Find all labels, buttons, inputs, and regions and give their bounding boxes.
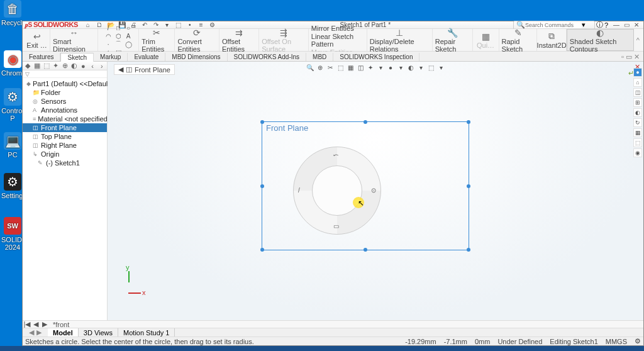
trim-entities-button[interactable]: ✂Trim Entities: [139, 29, 175, 51]
taskpane-properties-icon[interactable]: ⊞: [633, 98, 642, 107]
circle-tool-icon[interactable]: ○: [125, 24, 132, 31]
qat-settings-icon[interactable]: ⚙: [208, 21, 218, 29]
rapid-sketch-button[interactable]: ✎Rapid Sketch: [499, 29, 538, 51]
bottom-tab-model[interactable]: Model: [48, 328, 79, 337]
taskpane-appearance-icon[interactable]: ◐: [633, 108, 642, 117]
tree-root[interactable]: ◆Part1 (Default) <<Default>_Display !: [23, 79, 107, 88]
tree-prev-icon[interactable]: ‹: [89, 62, 97, 70]
tab-markup[interactable]: Markup: [94, 53, 128, 61]
tree-filter[interactable]: ▽: [23, 70, 107, 78]
instant2d-button[interactable]: ⧉Instant2D: [537, 29, 566, 51]
windows-taskbar[interactable]: [0, 346, 644, 351]
taskpane-custom-icon[interactable]: ↻: [633, 118, 642, 127]
mirror-entities-button[interactable]: Mirror Entities: [311, 25, 354, 32]
section-view-icon[interactable]: ⬚: [336, 63, 345, 72]
plane-handle[interactable]: [364, 120, 367, 124]
plane-handle[interactable]: [260, 184, 264, 188]
back-icon[interactable]: ◀: [118, 65, 123, 74]
plane-handle[interactable]: [260, 248, 264, 252]
exit-sketch-button[interactable]: ↩Exit …: [24, 29, 50, 51]
desktop-icon-solidworks[interactable]: SWSOLIDWORKS 2024: [1, 217, 24, 251]
doc-window-controls[interactable]: ▫ ▭ ✕: [618, 53, 643, 61]
smart-dimension-button[interactable]: ↔Smart Dimension: [50, 29, 98, 51]
tree-item-front-plane[interactable]: ◫Front Plane: [23, 123, 107, 132]
tree-next-icon[interactable]: ›: [97, 62, 106, 70]
taskpane-design-icon[interactable]: ◫: [633, 88, 642, 97]
status-units[interactable]: MMGS: [606, 338, 627, 345]
line-tool-icon[interactable]: /: [104, 24, 112, 31]
tree-item-sketch1[interactable]: ✎(-) Sketch1: [23, 159, 107, 167]
help-icon[interactable]: ?: [604, 21, 608, 29]
tree-item-folder[interactable]: 📁Folder: [23, 88, 107, 97]
mouse-gesture-ring[interactable]: ⤺ ⊙ ▭ /: [293, 147, 381, 235]
tree-item-top-plane[interactable]: ◫Top Plane: [23, 132, 107, 141]
point-tool-icon[interactable]: ·: [104, 40, 112, 48]
repair-sketch-button[interactable]: 🔧Repair Sketch: [433, 29, 473, 51]
taskpane-resources-icon[interactable]: ●: [633, 68, 642, 77]
apply-scene-icon[interactable]: ◐: [406, 63, 415, 72]
dropdown-icon[interactable]: ▾: [436, 63, 445, 72]
dropdown-icon[interactable]: ▾: [376, 63, 385, 72]
tab-mbd[interactable]: MBD: [306, 53, 333, 61]
prev-view-icon[interactable]: ✂: [326, 63, 335, 72]
bottom-tab-3dviews[interactable]: 3D Views: [79, 328, 118, 337]
convert-entities-button[interactable]: ⟳Convert Entities: [175, 29, 219, 51]
tree-tab-feature-icon[interactable]: ◆: [24, 62, 32, 70]
edit-appearance-icon[interactable]: ●: [386, 63, 395, 72]
desktop-icon-controlpanel[interactable]: ⚙Control P: [1, 88, 24, 122]
qat-select-dropdown-icon[interactable]: ▾: [162, 21, 172, 29]
minimize-button[interactable]: —: [612, 21, 621, 29]
gesture-left-icon[interactable]: /: [298, 187, 300, 194]
qat-undo-icon[interactable]: ↶: [140, 21, 150, 29]
search-commands[interactable]: 🔍 ▾: [513, 21, 595, 30]
search-dropdown-icon[interactable]: ▾: [582, 21, 586, 29]
offset-entities-button[interactable]: ⇉Offset Entities: [219, 29, 259, 51]
tree-tab-appearance-icon[interactable]: ◐: [70, 62, 78, 70]
rect-tool-icon[interactable]: □: [114, 24, 122, 31]
qat-rebuild-icon[interactable]: ⬚: [174, 21, 184, 29]
gesture-bottom-icon[interactable]: ▭: [333, 223, 339, 230]
tree-item-annotations[interactable]: AAnnotations: [23, 106, 107, 114]
gesture-right-icon[interactable]: ⊙: [371, 187, 376, 194]
tree-tab-dim-icon[interactable]: ✦: [52, 62, 60, 70]
tree-tab-config-icon[interactable]: ⬚: [42, 62, 50, 70]
tree-item-sensors[interactable]: ◎Sensors: [23, 97, 107, 106]
tree-tab-other-icon[interactable]: ●: [79, 62, 87, 70]
text-tool-icon[interactable]: A: [125, 32, 132, 40]
plane-handle[interactable]: [467, 184, 470, 188]
dropdown-icon[interactable]: ▾: [396, 63, 405, 72]
taskpane-home-icon[interactable]: ⌂: [633, 78, 642, 87]
arc-tool-icon[interactable]: ◠: [104, 32, 112, 40]
tab-inspection[interactable]: SOLIDWORKS Inspection: [333, 53, 419, 61]
desktop-icon-chrome[interactable]: ◉Chrome: [1, 50, 24, 77]
linear-pattern-button[interactable]: Linear Sketch Pattern: [311, 33, 364, 48]
tab-evaluate[interactable]: Evaluate: [128, 53, 165, 61]
plane-handle[interactable]: [364, 248, 367, 252]
view-orient-icon[interactable]: ▦: [346, 63, 355, 72]
polygon-tool-icon[interactable]: ⬡: [114, 32, 122, 40]
tab-addins[interactable]: SOLIDWORKS Add-Ins: [228, 53, 306, 61]
graphics-canvas[interactable]: 🔍 ⊕ ✂ ⬚ ▦ ◫ ✦ ▾ ● ▾ ◐ ▾ ⬚ ▾ ◀ ◫ Front Pl…: [108, 62, 643, 320]
tree-tab-display-icon[interactable]: ⊕: [61, 62, 69, 70]
tree-item-material[interactable]: ≡Material <not specified>: [23, 114, 107, 123]
bottom-tab-motion[interactable]: Motion Study 1: [118, 328, 175, 337]
qat-new-icon[interactable]: 🗋: [94, 21, 104, 29]
desktop-icon-recycle[interactable]: 🗑Recycle: [1, 0, 24, 26]
search-input[interactable]: [525, 22, 582, 28]
view-settings-icon[interactable]: ⬚: [426, 63, 435, 72]
dropdown-icon[interactable]: ▾: [416, 63, 425, 72]
desktop-icon-settings[interactable]: ⚙Settings: [1, 173, 24, 199]
shaded-contours-button[interactable]: ◐Shaded Sketch Contours: [567, 29, 634, 51]
ribbon-collapse-icon[interactable]: ^: [634, 36, 642, 44]
zoom-area-icon[interactable]: ⊕: [316, 63, 325, 72]
tab-mbd-dimensions[interactable]: MBD Dimensions: [165, 53, 227, 61]
plane-handle[interactable]: [467, 120, 470, 124]
desktop-icon-pc[interactable]: 💻PC: [1, 132, 24, 159]
tree-item-origin[interactable]: ↳Origin: [23, 150, 107, 159]
ellipse-tool-icon[interactable]: ◯: [125, 40, 132, 48]
taskpane-other-icon[interactable]: ◉: [633, 148, 642, 157]
display-relations-button[interactable]: ⊥Display/Delete Relations: [367, 29, 433, 51]
tab-nav-icons[interactable]: ◀ ▶: [23, 328, 48, 337]
gesture-top-icon[interactable]: ⤺: [333, 152, 338, 159]
close-button[interactable]: ✕: [632, 21, 641, 29]
